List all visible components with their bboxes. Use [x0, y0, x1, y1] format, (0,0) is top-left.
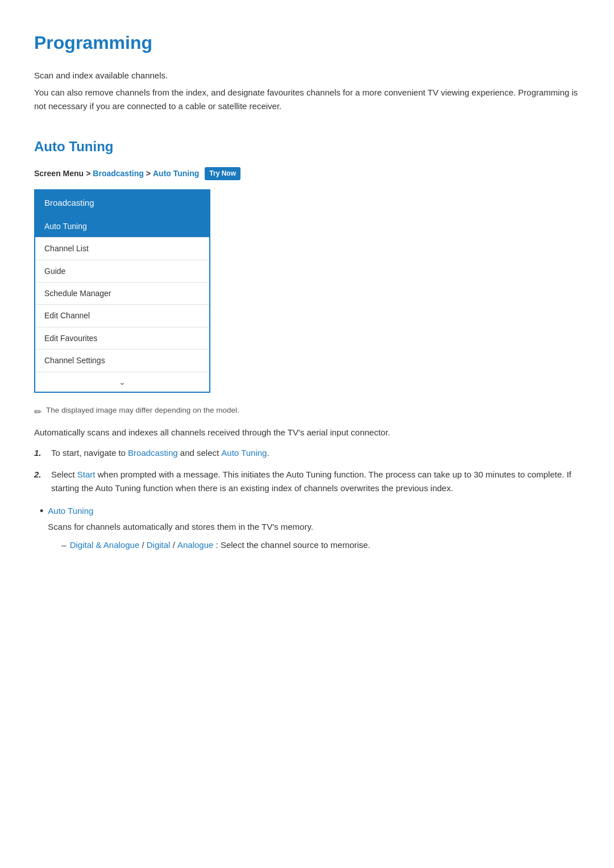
step-1: 1. To start, navigate to Broadcasting an… [34, 446, 580, 460]
sub-link-digital-analogue: Digital & Analogue [70, 540, 140, 550]
sub-bullet-dash: – [61, 538, 66, 552]
bullet-dot: • [40, 504, 43, 518]
step-1-text1: To start, navigate to [51, 448, 128, 458]
step-1-text: To start, navigate to Broadcasting and s… [51, 446, 269, 460]
menu-item-channel-list[interactable]: Channel List [35, 237, 209, 259]
step-1-text2: and select [178, 448, 222, 458]
sub-link-analogue: Analogue [177, 540, 213, 550]
broadcasting-menu: Broadcasting Auto TuningChannel ListGuid… [34, 189, 210, 393]
menu-header: Broadcasting [35, 190, 209, 215]
step-2-start-link[interactable]: Start [77, 470, 96, 479]
pencil-icon: ✏ [34, 405, 42, 420]
breadcrumb-sep2: > [146, 167, 151, 180]
breadcrumb-sep1: > [86, 167, 90, 180]
note-row: ✏ The displayed image may differ dependi… [34, 404, 580, 420]
breadcrumb-prefix: Screen Menu [34, 167, 84, 180]
step-2: 2. Select Start when prompted with a mes… [34, 468, 580, 495]
intro-text-2: You can also remove channels from the in… [34, 86, 580, 113]
menu-item-edit-favourites[interactable]: Edit Favourites [35, 327, 209, 349]
breadcrumb-link1[interactable]: Broadcasting [93, 167, 143, 180]
menu-item-schedule-manager[interactable]: Schedule Manager [35, 282, 209, 304]
step-2-num: 2. [34, 468, 45, 481]
step-1-text3: . [267, 448, 269, 458]
breadcrumb: Screen Menu > Broadcasting > Auto Tuning… [34, 167, 580, 180]
bullet-text: Scans for channels automatically and sto… [48, 520, 580, 534]
steps-list: 1. To start, navigate to Broadcasting an… [34, 446, 580, 495]
sub-suffix: : Select the channel source to memorise. [216, 540, 371, 550]
try-now-button[interactable]: Try Now [205, 167, 240, 180]
menu-item-edit-channel[interactable]: Edit Channel [35, 304, 209, 326]
menu-items-list: Auto TuningChannel ListGuideSchedule Man… [35, 215, 209, 372]
sub-sep2: / [173, 540, 177, 550]
step-1-link2[interactable]: Auto Tuning [221, 448, 267, 458]
breadcrumb-link2[interactable]: Auto Tuning [153, 167, 199, 180]
page-title: Programming [34, 28, 580, 57]
bullet-section: • Auto Tuning Scans for channels automat… [34, 504, 580, 552]
menu-chevron[interactable]: ⌄ [35, 372, 209, 392]
step-2-text: Select Start when prompted with a messag… [51, 468, 580, 495]
bullet-content: Auto Tuning Scans for channels automatic… [48, 504, 580, 552]
bullet-item-auto-tuning: • Auto Tuning Scans for channels automat… [34, 504, 580, 552]
note-text: The displayed image may differ depending… [46, 404, 239, 417]
menu-item-channel-settings[interactable]: Channel Settings [35, 349, 209, 371]
menu-item-auto-tuning[interactable]: Auto Tuning [35, 215, 209, 237]
step-1-link1[interactable]: Broadcasting [128, 448, 178, 458]
auto-tuning-section-title: Auto Tuning [34, 136, 580, 157]
sub-sep1: / [142, 540, 146, 550]
sub-link-digital: Digital [147, 540, 171, 550]
sub-bullet: – Digital & Analogue / Digital / Analogu… [61, 538, 580, 552]
menu-item-guide[interactable]: Guide [35, 260, 209, 282]
intro-text-1: Scan and index available channels. [34, 69, 580, 82]
sub-bullet-text: Digital & Analogue / Digital / Analogue … [70, 538, 371, 552]
bullet-title: Auto Tuning [48, 506, 93, 516]
step-1-num: 1. [34, 446, 45, 460]
auto-tuning-body: Automatically scans and indexes all chan… [34, 426, 580, 439]
